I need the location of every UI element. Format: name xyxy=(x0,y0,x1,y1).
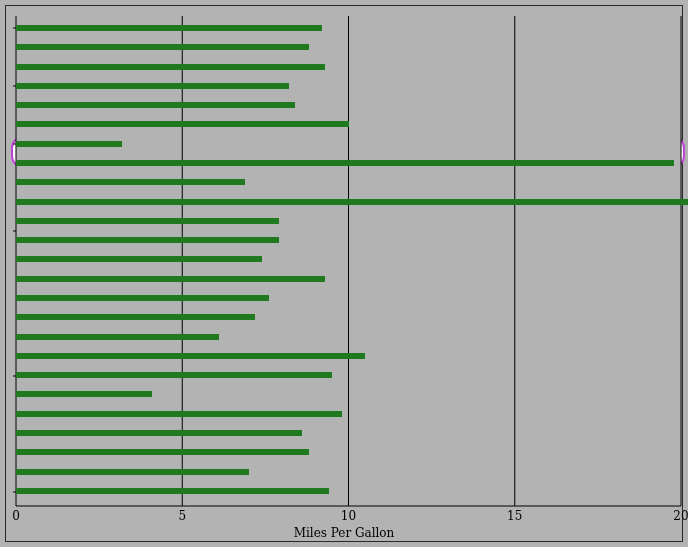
bar xyxy=(16,372,332,378)
bar xyxy=(16,411,342,417)
bar xyxy=(16,179,245,185)
plot-area xyxy=(16,16,681,506)
bar xyxy=(16,141,122,147)
bar xyxy=(16,430,302,436)
bar xyxy=(16,44,309,50)
bar xyxy=(16,469,249,475)
bar xyxy=(16,64,325,70)
x-tick-label: 15 xyxy=(507,509,522,523)
bar xyxy=(16,449,309,455)
bar xyxy=(16,488,329,494)
chart-frame: 0 5 10 15 20 Miles Per Gallon xyxy=(5,5,683,542)
bar xyxy=(16,391,152,397)
bar xyxy=(16,160,674,166)
bar xyxy=(16,25,322,31)
bar xyxy=(16,334,219,340)
x-ticks: 0 5 10 15 20 xyxy=(16,509,681,524)
x-tick-label: 10 xyxy=(341,509,356,523)
x-axis-label: Miles Per Gallon xyxy=(6,526,682,540)
bar xyxy=(16,353,365,359)
bar xyxy=(16,102,295,108)
bar xyxy=(16,237,279,243)
bar xyxy=(16,218,279,224)
x-tick-label: 0 xyxy=(12,509,20,523)
x-tick-label: 5 xyxy=(178,509,186,523)
bar xyxy=(16,276,325,282)
bar xyxy=(16,83,289,89)
bar xyxy=(16,199,688,205)
bar xyxy=(16,295,269,301)
bar xyxy=(16,314,255,320)
bar xyxy=(16,256,262,262)
bar xyxy=(16,121,349,127)
x-tick-label: 20 xyxy=(673,509,688,523)
